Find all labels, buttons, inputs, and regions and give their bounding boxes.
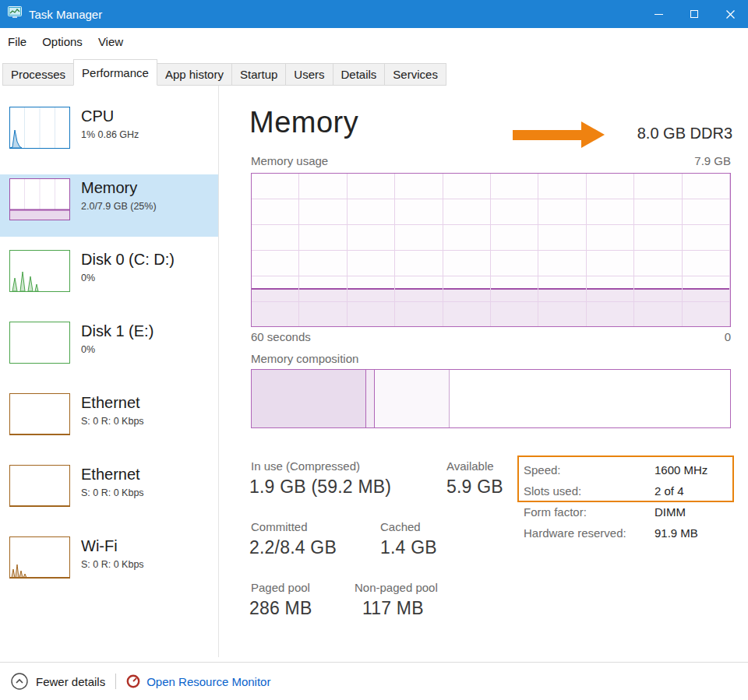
detail-hardware-reserved-label: Hardware reserved: <box>524 526 654 540</box>
fewer-details-label: Fewer details <box>36 675 105 688</box>
sidebar-item-disk1[interactable]: Disk 1 (E:) 0% <box>0 318 218 380</box>
composition-modified-segment <box>366 370 375 427</box>
detail-slots-value: 2 of 4 <box>654 484 684 498</box>
tab-users[interactable]: Users <box>285 63 333 86</box>
memory-usage-graph[interactable] <box>251 173 731 327</box>
stat-paged-pool-value: 286 MB <box>249 598 312 619</box>
sidebar-item-ethernet-1[interactable]: Ethernet S: 0 R: 0 Kbps <box>0 389 218 452</box>
memory-graph-thumbnail <box>9 178 70 220</box>
detail-form-factor-value: DIMM <box>654 505 686 519</box>
detail-row-hardware-reserved: Hardware reserved: 91.9 MB <box>524 522 732 543</box>
sidebar-item-detail: 1% 0.86 GHz <box>81 129 139 140</box>
sidebar-item-label: CPU <box>81 106 139 126</box>
stat-cached-label: Cached <box>380 520 421 533</box>
memory-usage-grid <box>252 174 730 326</box>
sidebar-item-label: Ethernet <box>81 464 144 484</box>
disk0-graph-thumbnail <box>9 250 70 292</box>
sidebar-item-label: Memory <box>81 178 157 198</box>
memory-panel: Memory 8.0 GB DDR3 Memory usage 7.9 GB 6… <box>249 86 732 662</box>
maximize-icon <box>690 10 698 18</box>
close-button[interactable] <box>712 0 748 28</box>
sidebar-item-wifi[interactable]: Wi-Fi S: 0 R: 0 Kbps <box>0 533 218 595</box>
sidebar-item-disk0[interactable]: Disk 0 (C: D:) 0% <box>0 246 218 308</box>
resource-monitor-label[interactable]: Open Resource Monitor <box>146 675 270 688</box>
time-axis-end: 0 <box>725 330 731 343</box>
sidebar-item-label: Ethernet <box>81 392 144 413</box>
detail-speed-value: 1600 MHz <box>654 463 707 477</box>
composition-inuse-segment <box>252 370 366 427</box>
sidebar-item-detail: 0% <box>81 273 175 283</box>
cpu-graph-thumbnail <box>9 107 70 149</box>
menu-view[interactable]: View <box>90 28 131 56</box>
sidebar-item-detail: S: 0 R: 0 Kbps <box>81 559 144 570</box>
stat-available-label: Available <box>446 459 494 473</box>
page-title: Memory <box>249 106 358 139</box>
chevron-up-circle-icon <box>11 673 28 690</box>
sidebar-item-cpu[interactable]: CPU 1% 0.86 GHz <box>0 103 218 165</box>
detail-speed-label: Speed: <box>524 463 654 477</box>
task-manager-window: Task Manager File Options View Processes… <box>0 0 748 700</box>
ethernet2-graph-thumbnail <box>9 465 70 507</box>
tab-details[interactable]: Details <box>333 63 386 86</box>
sidebar-item-detail: S: 0 R: 0 Kbps <box>81 416 144 427</box>
minimize-icon <box>654 14 663 15</box>
window-title: Task Manager <box>29 8 102 21</box>
sidebar-item-label: Disk 0 (C: D:) <box>81 249 175 269</box>
sidebar-item-detail: 0% <box>81 344 153 355</box>
wifi-graph-thumbnail <box>9 536 70 579</box>
stat-inuse-label: In use (Compressed) <box>251 459 360 473</box>
tab-services[interactable]: Services <box>384 63 446 86</box>
footer-bar: Fewer details Open Resource Monitor <box>0 662 748 700</box>
disk1-graph-thumbnail <box>9 322 70 364</box>
sidebar-item-detail: 2.0/7.9 GB (25%) <box>81 201 157 212</box>
footer-divider <box>115 674 116 689</box>
tab-bar: Processes Performance App history Startu… <box>0 56 748 86</box>
composition-free-segment <box>450 370 730 427</box>
close-icon <box>726 10 735 19</box>
stat-paged-pool-label: Paged pool <box>251 581 310 594</box>
maximize-button[interactable] <box>676 0 712 28</box>
title-bar: Task Manager <box>0 0 748 28</box>
stat-committed-value: 2.2/8.4 GB <box>249 537 337 558</box>
detail-row-form-factor: Form factor: DIMM <box>524 501 732 522</box>
sidebar-item-memory[interactable]: Memory 2.0/7.9 GB (25%) <box>0 174 218 237</box>
detail-slots-label: Slots used: <box>524 484 654 498</box>
resource-monitor-icon <box>126 674 140 688</box>
fewer-details-button[interactable]: Fewer details <box>11 673 105 690</box>
detail-hardware-reserved-value: 91.9 MB <box>654 526 698 540</box>
annotation-arrow-icon <box>513 121 605 148</box>
composition-standby-segment <box>375 370 449 427</box>
task-manager-icon <box>8 6 22 22</box>
sidebar-item-ethernet-2[interactable]: Ethernet S: 0 R: 0 Kbps <box>0 461 218 523</box>
minimize-button[interactable] <box>640 0 676 28</box>
time-axis-start: 60 seconds <box>251 330 311 343</box>
menu-bar: File Options View <box>0 28 748 56</box>
detail-form-factor-label: Form factor: <box>524 505 654 519</box>
memory-composition-label: Memory composition <box>251 352 358 365</box>
sidebar-item-detail: S: 0 R: 0 Kbps <box>81 487 144 498</box>
memory-usage-label: Memory usage <box>251 154 328 167</box>
performance-sidebar: CPU 1% 0.86 GHz Memory 2.0/7.9 GB (25%) <box>0 86 219 657</box>
stat-inuse-value: 1.9 GB (59.2 MB) <box>249 477 391 498</box>
tab-app-history[interactable]: App history <box>157 63 232 86</box>
menu-file[interactable]: File <box>2 28 34 56</box>
tab-startup[interactable]: Startup <box>231 63 286 86</box>
stat-nonpaged-pool-value: 117 MB <box>362 598 424 619</box>
stat-nonpaged-pool-label: Non-paged pool <box>355 581 438 594</box>
detail-row-slots: Slots used: 2 of 4 <box>524 480 732 501</box>
memory-max-label: 7.9 GB <box>694 154 731 167</box>
tab-processes[interactable]: Processes <box>2 63 74 86</box>
memory-details: Speed: 1600 MHz Slots used: 2 of 4 Form … <box>524 459 732 543</box>
ethernet1-graph-thumbnail <box>9 393 70 435</box>
stat-cached-value: 1.4 GB <box>380 537 437 558</box>
sidebar-item-label: Disk 1 (E:) <box>81 321 153 341</box>
detail-row-speed: Speed: 1600 MHz <box>524 459 732 480</box>
tab-performance[interactable]: Performance <box>73 59 157 86</box>
stat-available-value: 5.9 GB <box>446 477 503 498</box>
open-resource-monitor-link[interactable]: Open Resource Monitor <box>126 674 270 688</box>
sidebar-item-label: Wi-Fi <box>81 536 144 556</box>
memory-composition-bar <box>251 369 731 428</box>
stat-committed-label: Committed <box>251 520 308 533</box>
menu-options[interactable]: Options <box>34 28 90 56</box>
memory-capacity-annotation: 8.0 GB DDR3 <box>637 125 732 142</box>
